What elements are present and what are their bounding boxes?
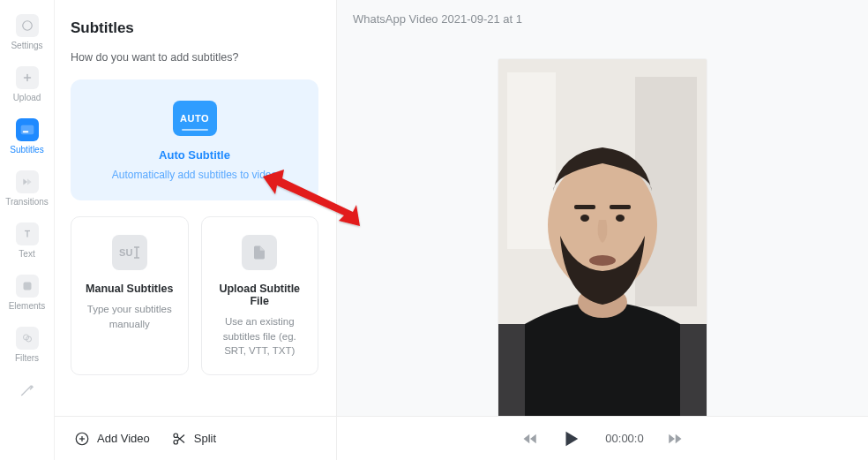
svg-marker-34 [530,434,536,443]
subtitles-panel: Subtitles How do you want to add subtitl… [55,0,337,460]
auto-subtitle-card[interactable]: AUTO Auto Subtitle Automatically add sub… [71,79,318,200]
nav-label: Settings [11,41,42,50]
nav-item-upload[interactable]: Upload [0,59,54,111]
nav-label: Subtitles [10,145,43,155]
svg-point-29 [174,434,178,438]
auto-subtitle-title: Auto Subtitle [85,148,304,162]
add-video-label: Add Video [97,432,150,445]
text-icon [16,222,39,245]
time-readout: 00:00:0 [605,432,643,445]
svg-point-25 [589,255,616,266]
nav-label: Elements [9,301,46,311]
nav-item-text[interactable]: Text [0,215,54,268]
nav-label: Upload [13,93,41,102]
svg-marker-33 [524,434,530,443]
auto-badge-icon: AUTO [173,101,217,136]
svg-rect-21 [574,205,595,209]
panel-title: Subtitles [71,19,318,37]
nav-rail: Settings Upload Subtitles Transitions Te… [0,0,55,460]
nav-item-filters[interactable]: Filters [0,320,54,372]
nav-item-settings[interactable]: Settings [0,7,54,59]
svg-marker-5 [23,179,27,185]
svg-rect-22 [610,205,631,209]
settings-icon [16,14,39,37]
elements-icon [16,275,39,298]
nav-item-subtitles[interactable]: Subtitles [0,111,54,163]
plus-circle-icon [74,431,90,447]
upload-subtitle-desc: Use an existing subtitles file (eg. SRT,… [213,314,308,358]
svg-point-24 [616,215,625,222]
timeline-tools: Add Video Split [55,417,337,460]
nav-label: Transitions [5,197,49,207]
subtitles-icon [16,118,39,141]
manual-subtitles-icon: SU [112,235,147,270]
svg-point-23 [580,215,589,222]
transitions-icon [16,170,39,193]
preview-area: WhatsApp Video 2021-09-21 at 1 [337,0,868,460]
manual-subtitles-title: Manual Subtitles [82,283,177,295]
upload-subtitle-icon [242,235,277,270]
manual-subtitles-card[interactable]: SU Manual Subtitles Type your subtitles … [71,216,189,375]
auto-subtitle-desc: Automatically add subtitles to video [85,169,304,181]
manual-subtitles-desc: Type your subtitles manually [82,302,177,331]
split-label: Split [194,432,216,445]
forward-button[interactable] [667,433,683,445]
svg-marker-37 [675,434,681,443]
svg-point-0 [22,21,32,31]
upload-subtitle-card[interactable]: Upload Subtitle File Use an existing sub… [201,216,319,375]
video-frame[interactable] [498,59,707,430]
bottom-bar: Add Video Split 00:00:0 [55,416,868,460]
svg-rect-9 [23,283,31,290]
svg-marker-6 [27,179,32,185]
video-title: WhatsApp Video 2021-09-21 at 1 [337,0,868,26]
add-video-button[interactable]: Add Video [74,431,150,447]
nav-item-draw[interactable] [0,372,54,411]
player-controls: 00:00:0 [337,429,868,449]
nav-label: Filters [15,353,39,363]
svg-point-30 [174,440,178,444]
svg-rect-4 [22,131,28,132]
upload-icon [16,66,39,89]
play-button[interactable] [561,429,580,449]
svg-rect-3 [20,125,34,135]
upload-subtitle-title: Upload Subtitle File [213,283,308,307]
filters-icon [16,327,39,350]
nav-label: Text [19,249,34,259]
subtitle-option-row: SU Manual Subtitles Type your subtitles … [71,216,318,375]
split-button[interactable]: Split [171,431,216,447]
scissors-icon [171,431,187,447]
svg-marker-35 [566,431,579,446]
draw-icon [16,379,39,402]
preview-body [337,26,868,460]
panel-subtitle: How do you want to add subtitles? [71,51,318,64]
svg-marker-36 [669,434,675,443]
rewind-button[interactable] [522,433,538,445]
nav-item-elements[interactable]: Elements [0,268,54,320]
nav-item-transitions[interactable]: Transitions [0,163,54,215]
